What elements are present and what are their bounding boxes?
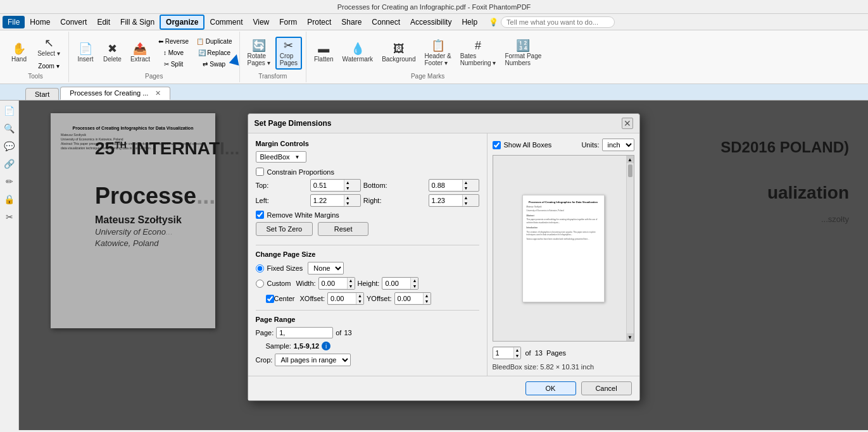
- ribbon-btn-hand[interactable]: ✋ Hand: [6, 40, 32, 65]
- ribbon-btn-flatten[interactable]: ▬ Flatten: [310, 40, 337, 65]
- left-input[interactable]: ▲ ▼: [310, 194, 361, 207]
- top-down[interactable]: ▼: [344, 185, 351, 191]
- xoffset-spinners[interactable]: ▲ ▼: [356, 293, 363, 304]
- height-value[interactable]: [382, 278, 410, 288]
- ribbon-btn-watermark[interactable]: 💧 Watermark: [339, 40, 377, 65]
- page-nav-down[interactable]: ▼: [514, 353, 521, 359]
- ribbon-btn-insert[interactable]: 📄 Insert: [73, 40, 98, 65]
- ribbon-btn-format-page-numbers[interactable]: 🔢 Format PageNumbers: [501, 37, 545, 69]
- xoffset-up[interactable]: ▲: [356, 293, 363, 299]
- menu-edit[interactable]: Edit: [92, 16, 115, 28]
- right-spinners[interactable]: ▲ ▼: [462, 195, 470, 206]
- menu-comment[interactable]: Comment: [204, 16, 248, 28]
- page-nav-value[interactable]: [493, 348, 513, 358]
- ribbon-btn-zoom[interactable]: Zoom ▾: [33, 61, 65, 71]
- yoffset-down[interactable]: ▼: [424, 299, 431, 304]
- right-up[interactable]: ▲: [463, 195, 470, 201]
- crop-dropdown[interactable]: All pages in range: [275, 354, 351, 366]
- top-spinners[interactable]: ▲ ▼: [344, 180, 351, 191]
- right-down[interactable]: ▼: [463, 201, 470, 206]
- tab-close-btn[interactable]: ✕: [155, 89, 161, 97]
- ribbon-btn-rotate-pages[interactable]: 🔄 RotatePages ▾: [244, 37, 274, 69]
- fixed-sizes-radio[interactable]: [256, 264, 264, 273]
- bottom-up[interactable]: ▲: [463, 180, 470, 185]
- width-value[interactable]: [319, 278, 347, 288]
- menu-protect[interactable]: Protect: [302, 16, 336, 28]
- yoffset-input[interactable]: ▲ ▼: [394, 292, 431, 305]
- width-up[interactable]: ▲: [348, 278, 355, 283]
- menu-organize[interactable]: Organize: [160, 15, 204, 30]
- units-dropdown[interactable]: inch cm mm: [602, 139, 634, 151]
- right-value[interactable]: [429, 195, 462, 206]
- xoffset-value[interactable]: [328, 293, 356, 304]
- menu-home[interactable]: Home: [25, 16, 55, 28]
- left-down[interactable]: ▼: [344, 201, 351, 206]
- tab-start[interactable]: Start: [25, 88, 59, 100]
- ribbon-btn-duplicate[interactable]: 📋 Duplicate: [193, 36, 235, 47]
- custom-radio[interactable]: [256, 280, 264, 288]
- yoffset-spinners[interactable]: ▲ ▼: [423, 293, 431, 304]
- top-value[interactable]: [311, 180, 344, 190]
- height-spinners[interactable]: ▲ ▼: [410, 278, 418, 289]
- scroll-up-btn[interactable]: ▲: [627, 156, 634, 163]
- ribbon-btn-reverse[interactable]: ⬅ Reverse: [155, 36, 192, 47]
- menu-connect[interactable]: Connect: [367, 16, 405, 28]
- side-btn-page[interactable]: 📄: [2, 103, 17, 118]
- ok-button[interactable]: OK: [525, 381, 576, 395]
- menu-convert[interactable]: Convert: [55, 16, 92, 28]
- fixed-sizes-dropdown[interactable]: None: [308, 262, 344, 275]
- ribbon-btn-bates-numbering[interactable]: # BatesNumbering ▾: [456, 37, 500, 69]
- bottom-value[interactable]: [429, 180, 462, 190]
- scroll-down-btn[interactable]: ▼: [627, 333, 634, 341]
- height-input[interactable]: ▲ ▼: [382, 277, 418, 290]
- menu-share[interactable]: Share: [336, 16, 367, 28]
- scroll-thumb[interactable]: [628, 164, 632, 177]
- ribbon-btn-extract[interactable]: 📤 Extract: [127, 40, 154, 65]
- menu-view[interactable]: View: [248, 16, 274, 28]
- menu-accessibility[interactable]: Accessibility: [405, 16, 456, 28]
- ribbon-btn-delete[interactable]: ✖ Delete: [99, 40, 125, 65]
- ribbon-btn-move[interactable]: ↕ Move: [155, 47, 192, 58]
- side-btn-link[interactable]: 🔗: [2, 156, 17, 171]
- side-btn-search[interactable]: 🔍: [2, 121, 17, 136]
- menu-fill-sign[interactable]: Fill & Sign: [115, 16, 160, 28]
- page-nav-up[interactable]: ▲: [514, 347, 521, 353]
- reset-button[interactable]: Reset: [318, 222, 368, 236]
- show-all-boxes-checkbox[interactable]: [493, 141, 501, 149]
- ribbon-btn-split[interactable]: ✂ Split: [155, 59, 192, 70]
- side-btn-comment[interactable]: 💬: [2, 139, 17, 154]
- top-up[interactable]: ▲: [344, 180, 351, 185]
- search-input[interactable]: [501, 16, 615, 28]
- page-nav-input[interactable]: ▲ ▼: [493, 347, 522, 359]
- xoffset-down[interactable]: ▼: [356, 299, 363, 304]
- remove-white-margins-checkbox[interactable]: [256, 211, 264, 219]
- ribbon-btn-select[interactable]: ↖ Select ▾: [33, 35, 65, 59]
- side-btn-scissors[interactable]: ✂: [2, 209, 17, 225]
- xoffset-input[interactable]: ▲ ▼: [327, 292, 364, 305]
- yoffset-value[interactable]: [395, 293, 423, 304]
- preview-scrollbar[interactable]: ▲ ▼: [626, 156, 634, 341]
- left-value[interactable]: [311, 195, 344, 206]
- dialog-close-button[interactable]: ✕: [622, 118, 633, 129]
- sample-info-icon[interactable]: i: [322, 342, 330, 350]
- width-input[interactable]: ▲ ▼: [318, 277, 355, 290]
- side-btn-edit[interactable]: ✏: [2, 174, 17, 189]
- yoffset-up[interactable]: ▲: [424, 293, 431, 299]
- bottom-down[interactable]: ▼: [463, 185, 470, 191]
- height-down[interactable]: ▼: [411, 283, 418, 289]
- ribbon-btn-header-footer[interactable]: 📋 Header &Footer ▾: [421, 37, 455, 69]
- height-up[interactable]: ▲: [411, 278, 418, 283]
- menu-help[interactable]: Help: [456, 16, 482, 28]
- menu-file[interactable]: File: [3, 16, 25, 28]
- left-up[interactable]: ▲: [344, 195, 351, 201]
- center-checkbox[interactable]: [266, 295, 274, 303]
- bottom-input[interactable]: ▲ ▼: [429, 179, 479, 192]
- width-spinners[interactable]: ▲ ▼: [347, 278, 355, 289]
- menu-form[interactable]: Form: [274, 16, 302, 28]
- right-input[interactable]: ▲ ▼: [429, 194, 479, 207]
- page-nav-spinners[interactable]: ▲ ▼: [513, 347, 521, 359]
- constrain-proportions-checkbox[interactable]: [256, 168, 264, 176]
- bleedbox-dropdown[interactable]: BleedBox: [256, 151, 306, 163]
- set-to-zero-button[interactable]: Set To Zero: [256, 222, 313, 236]
- tab-processes[interactable]: Processes for Creating ... ✕: [60, 87, 170, 100]
